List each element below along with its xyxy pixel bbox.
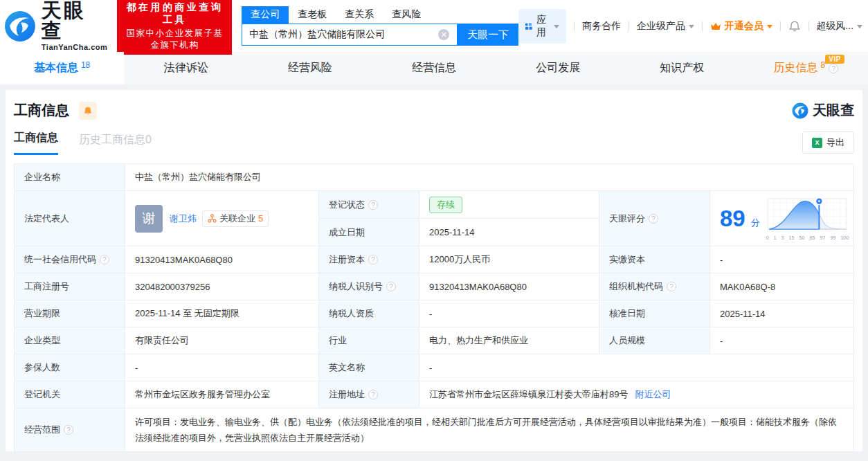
subtab-business-info[interactable]: 工商信息 [14, 131, 58, 155]
field-value-reg-authority: 常州市金坛区政务服务管理办公室 [125, 381, 319, 408]
apps-grid-icon [525, 21, 532, 31]
divider [702, 21, 703, 31]
related-companies-badge[interactable]: 关联企业 5 [202, 210, 269, 227]
field-label-taxpayer-quality: 纳税人资质 [319, 300, 419, 327]
field-label-staff-size: 人员规模 [599, 327, 710, 354]
field-label-business-scope: 经营范围? [15, 408, 125, 451]
apps-menu[interactable]: 应用 [518, 9, 566, 44]
field-value-org-code: MAK0A68Q-8 [710, 273, 853, 300]
score-number: 89 [720, 207, 745, 230]
help-icon[interactable]: ? [368, 390, 378, 399]
help-icon[interactable]: ? [649, 214, 658, 224]
field-value-taxpayer-id: 91320413MAK0A68Q80 [419, 273, 599, 300]
search-input[interactable] [242, 24, 458, 46]
business-info-table: 企业名称 中盐（常州）盐穴储能有限公司 法定代表人 谢 谢卫炜 关联企业 5 [14, 163, 854, 452]
field-value-score: 89 分 [710, 191, 853, 246]
excel-icon: X [812, 138, 822, 148]
field-value-reg-number: 320482000379256 [125, 273, 319, 300]
section-title: 工商信息 [14, 101, 69, 120]
chevron-down-icon [857, 25, 862, 28]
slogan-line1: 都在用的商业查询工具 [123, 1, 226, 26]
status-badge: 存续 [429, 197, 462, 213]
search-tab-boss[interactable]: 查老板 [289, 6, 336, 24]
search-tab-company[interactable]: 查公司 [242, 6, 289, 24]
divider [780, 21, 781, 31]
field-value-company-type: 有限责任公司 [125, 327, 319, 354]
field-value-legal-rep: 谢 谢卫炜 关联企业 5 [125, 191, 319, 246]
score-distribution-chart[interactable]: 01 315 5085 9799 100 [766, 196, 850, 241]
field-label-english-name: 英文名称 [319, 354, 419, 381]
help-icon[interactable]: ? [368, 255, 378, 264]
field-value-approve-date: 2025-11-14 [710, 300, 853, 327]
tianyancha-watermark-icon [792, 102, 808, 119]
search-module: 查公司 查老板 查关系 查风险 ✕ 天眼一下 [242, 6, 518, 46]
help-icon[interactable]: ? [64, 425, 73, 435]
divider [629, 21, 629, 31]
search-tab-relation[interactable]: 查关系 [336, 6, 383, 24]
field-label-insured: 参保人数 [15, 354, 125, 381]
help-icon[interactable]: ? [667, 282, 676, 291]
brand-name: 天眼查 [42, 1, 108, 41]
field-value-taxpayer-quality: - [419, 300, 599, 327]
help-icon[interactable]: ? [829, 64, 838, 73]
chevron-down-icon [554, 25, 559, 28]
tab-operation-info[interactable]: 经营信息 [372, 52, 496, 84]
field-label-industry: 行业 [319, 327, 419, 354]
field-label-approve-date: 核准日期 [599, 300, 710, 327]
field-value-industry: 电力、热力生产和供应业 [419, 327, 599, 354]
subtab-history-business-info[interactable]: 历史工商信息0 [79, 133, 152, 155]
help-icon[interactable]: ? [100, 255, 109, 264]
tab-history-info[interactable]: VIP 历史信息 8 ? [744, 52, 868, 84]
score-unit: 分 [751, 217, 760, 229]
help-icon[interactable]: ? [386, 282, 396, 291]
field-value-insured: - [125, 354, 319, 381]
field-label-reg-number: 工商注册号 [15, 273, 125, 300]
top-menu: 应用 商务合作 企业级产品 开通会员 [518, 9, 862, 44]
subscribe-bell-button[interactable] [79, 102, 97, 120]
business-info-card: 工商信息 天眼查 工商信息 历史工商信息0 X 导出 [6, 90, 862, 451]
watermark-text: 天眼查 [813, 101, 854, 120]
tab-operation-risk[interactable]: 经营风险 [248, 52, 372, 84]
divider [808, 21, 809, 31]
vip-badge: VIP [825, 55, 844, 64]
menu-enterprise-products[interactable]: 企业级产品 [637, 20, 694, 33]
field-label-credit-code: 统一社会信用代码? [15, 246, 125, 273]
apps-label: 应用 [536, 14, 550, 39]
bell-icon [788, 20, 801, 32]
tab-basic-info[interactable]: 基本信息 18 [0, 52, 124, 84]
field-value-address: 江苏省常州市金坛区薛埠镇泉江村委大帝庙村89号 附近公司 [419, 381, 853, 408]
notification-bell[interactable] [788, 20, 801, 32]
tab-count: 18 [81, 60, 90, 70]
field-label-reg-capital: 注册资本? [319, 246, 419, 273]
nearby-companies-link[interactable]: 附近公司 [635, 388, 671, 401]
brand-slogan: 都在用的商业查询工具 国家中小企业发展子基金旗下机构 [117, 0, 232, 55]
help-icon[interactable]: ? [368, 200, 378, 210]
field-label-address: 注册地址? [319, 381, 419, 408]
crown-icon [710, 22, 721, 30]
tab-count: 8 [821, 60, 826, 70]
tab-intellectual-property[interactable]: 知识产权 [620, 52, 744, 84]
tab-company-development[interactable]: 公司发展 [496, 52, 620, 84]
divider [574, 21, 575, 31]
menu-super-risk[interactable]: 超级风... [816, 20, 862, 33]
tianyancha-logo-icon [4, 10, 36, 42]
field-value-company-name: 中盐（常州）盐穴储能有限公司 [125, 164, 853, 191]
field-label-score: 天眼评分? [599, 191, 710, 246]
org-chart-icon [208, 214, 217, 223]
tab-legal-litigation[interactable]: 法律诉讼 [124, 52, 248, 84]
watermark-logo: 天眼查 [792, 101, 854, 120]
field-value-reg-capital: 12000万人民币 [419, 246, 599, 273]
search-tab-risk[interactable]: 查风险 [383, 6, 430, 24]
menu-join-vip[interactable]: 开通会员 [710, 20, 772, 33]
tianyancha-company-page: 天眼查 TianYanCha.com 都在用的商业查询工具 国家中小企业发展子基… [0, 0, 868, 461]
tianyancha-logo[interactable]: 天眼查 TianYanCha.com [4, 1, 107, 51]
company-nav-tabs: 基本信息 18 法律诉讼 经营风险 经营信息 公司发展 知识产权 VIP 历史信… [0, 52, 868, 84]
export-button[interactable]: X 导出 [802, 132, 854, 154]
menu-cooperation[interactable]: 商务合作 [582, 20, 621, 33]
avatar[interactable]: 谢 [135, 205, 163, 233]
field-label-paid-capital: 实缴资本 [599, 246, 710, 273]
field-label-taxpayer-id: 纳税人识别号? [319, 273, 419, 300]
field-label-company-type: 企业类型 [15, 327, 125, 354]
search-button[interactable]: 天眼一下 [458, 24, 518, 46]
legal-rep-link[interactable]: 谢卫炜 [170, 213, 197, 225]
